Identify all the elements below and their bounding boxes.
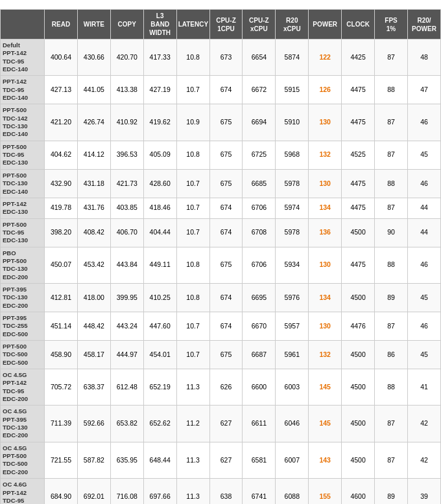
cell-read: 419.78 xyxy=(45,198,78,218)
cell-r20-xcpu: 5978 xyxy=(276,169,309,198)
cell-r20-xcpu: 5915 xyxy=(276,76,309,104)
cell-read: 398.20 xyxy=(45,218,78,247)
cell-read: 400.64 xyxy=(45,40,78,76)
cell-r20/-power: 44 xyxy=(407,198,440,218)
cell-wirte: 638.37 xyxy=(77,369,110,406)
cell-l3-band-width: 454.01 xyxy=(143,341,176,369)
cell-r20-xcpu: 5976 xyxy=(276,283,309,312)
table-row: OC 4.5GPPT-395TDC-130EDC-200711.39592.66… xyxy=(1,406,441,442)
cell-r20-xcpu: 6088 xyxy=(276,479,309,504)
table-row: DefultPPT-142TDC-95EDC-140400.64430.6642… xyxy=(1,40,441,76)
cell-copy: 406.70 xyxy=(110,218,143,247)
cell-wirte: 592.66 xyxy=(77,406,110,442)
cell-clock: 4475 xyxy=(342,169,375,198)
cell-copy: 396.53 xyxy=(110,141,143,169)
cell-r20-xcpu: 6003 xyxy=(276,369,309,406)
cell-latency: 10.8 xyxy=(176,141,209,169)
row-label: DefultPPT-142TDC-95EDC-140 xyxy=(1,40,45,76)
cell-clock: 4500 xyxy=(342,283,375,312)
cell-power: 132 xyxy=(309,341,342,369)
cell-latency: 10.8 xyxy=(176,283,209,312)
cell-cpu-z-1cpu: 673 xyxy=(209,40,243,76)
cell-cpu-z-xcpu: 6687 xyxy=(243,341,276,369)
cell-power: 132 xyxy=(309,141,342,169)
cell-read: 458.90 xyxy=(45,341,78,369)
page-title xyxy=(0,0,441,5)
cell-wirte: 431.76 xyxy=(77,198,110,218)
cell-cpu-z-1cpu: 675 xyxy=(209,104,243,141)
cell-l3-band-width: 427.19 xyxy=(143,76,176,104)
cell-wirte: 430.66 xyxy=(77,40,110,76)
cell-latency: 10.7 xyxy=(176,76,209,104)
cell-read: 684.90 xyxy=(45,479,78,504)
table-row: PPT-500TDC-95EDC-130398.20408.42406.7040… xyxy=(1,218,441,247)
cell-cpu-z-xcpu: 6600 xyxy=(243,369,276,406)
cell-fps-1%: 87 xyxy=(375,312,408,340)
cell-copy: 443.84 xyxy=(110,247,143,283)
cell-fps-1%: 88 xyxy=(375,169,408,198)
cell-cpu-z-1cpu: 674 xyxy=(209,312,243,340)
cell-fps-1%: 88 xyxy=(375,247,408,283)
cell-fps-1%: 89 xyxy=(375,479,408,504)
cell-power: 130 xyxy=(309,312,342,340)
cell-wirte: 408.42 xyxy=(77,218,110,247)
cell-power: 130 xyxy=(309,169,342,198)
row-label: PPT-500TDC-500EDC-500 xyxy=(1,341,45,369)
cell-read: 412.81 xyxy=(45,283,78,312)
col-header-cpu-z-xcpu: CPU-ZxCPU xyxy=(243,10,276,40)
table-row: OC 4.5GPPT-142TDC-95EDC-200705.72638.376… xyxy=(1,369,441,406)
cell-l3-band-width: 404.44 xyxy=(143,218,176,247)
cell-power: 130 xyxy=(309,104,342,141)
cell-clock: 4500 xyxy=(342,218,375,247)
cell-wirte: 448.42 xyxy=(77,312,110,340)
cell-fps-1%: 90 xyxy=(375,218,408,247)
cell-read: 427.13 xyxy=(45,76,78,104)
cell-r20/-power: 42 xyxy=(407,442,440,478)
cell-l3-band-width: 419.62 xyxy=(143,104,176,141)
cell-clock: 4475 xyxy=(342,198,375,218)
cell-l3-band-width: 648.44 xyxy=(143,442,176,478)
cell-fps-1%: 87 xyxy=(375,198,408,218)
cell-power: 130 xyxy=(309,247,342,283)
row-label: PPT-500TDC-130EDC-140 xyxy=(1,169,45,198)
cell-r20/-power: 39 xyxy=(407,479,440,504)
cell-read: 450.07 xyxy=(45,247,78,283)
cell-latency: 10.8 xyxy=(176,40,209,76)
cell-copy: 410.92 xyxy=(110,104,143,141)
row-label: PPT-142TDC-95EDC-140 xyxy=(1,76,45,104)
cell-latency: 11.3 xyxy=(176,369,209,406)
cell-r20-xcpu: 6007 xyxy=(276,442,309,478)
row-label: PBOPPT-500TDC-130EDC-200 xyxy=(1,247,45,283)
cell-cpu-z-1cpu: 674 xyxy=(209,218,243,247)
table-row: PPT-500TDC-142TDC-130EDC-140421.20426.74… xyxy=(1,104,441,141)
cell-copy: 653.82 xyxy=(110,406,143,442)
cell-cpu-z-xcpu: 6694 xyxy=(243,104,276,141)
cell-wirte: 692.01 xyxy=(77,479,110,504)
cell-read: 451.14 xyxy=(45,312,78,340)
cell-r20/-power: 46 xyxy=(407,312,440,340)
cell-clock: 4475 xyxy=(342,247,375,283)
cell-cpu-z-1cpu: 674 xyxy=(209,283,243,312)
cell-l3-band-width: 428.60 xyxy=(143,169,176,198)
cell-copy: 421.73 xyxy=(110,169,143,198)
row-label: PPT-500TDC-95EDC-130 xyxy=(1,218,45,247)
cell-read: 711.39 xyxy=(45,406,78,442)
row-label: PPT-395TDC-255EDC-500 xyxy=(1,312,45,340)
cell-latency: 11.3 xyxy=(176,442,209,478)
cell-copy: 403.85 xyxy=(110,198,143,218)
cell-clock: 4525 xyxy=(342,141,375,169)
cell-cpu-z-1cpu: 627 xyxy=(209,442,243,478)
cell-wirte: 426.74 xyxy=(77,104,110,141)
row-label: OC 4.5GPPT-142TDC-95EDC-200 xyxy=(1,369,45,406)
cell-cpu-z-1cpu: 675 xyxy=(209,141,243,169)
cell-r20/-power: 46 xyxy=(407,247,440,283)
cell-read: 421.20 xyxy=(45,104,78,141)
cell-cpu-z-xcpu: 6741 xyxy=(243,479,276,504)
cell-clock: 4500 xyxy=(342,442,375,478)
cell-power: 136 xyxy=(309,218,342,247)
cell-cpu-z-xcpu: 6611 xyxy=(243,406,276,442)
cell-wirte: 587.82 xyxy=(77,442,110,478)
cell-power: 143 xyxy=(309,442,342,478)
cell-fps-1%: 88 xyxy=(375,76,408,104)
cell-wirte: 431.18 xyxy=(77,169,110,198)
